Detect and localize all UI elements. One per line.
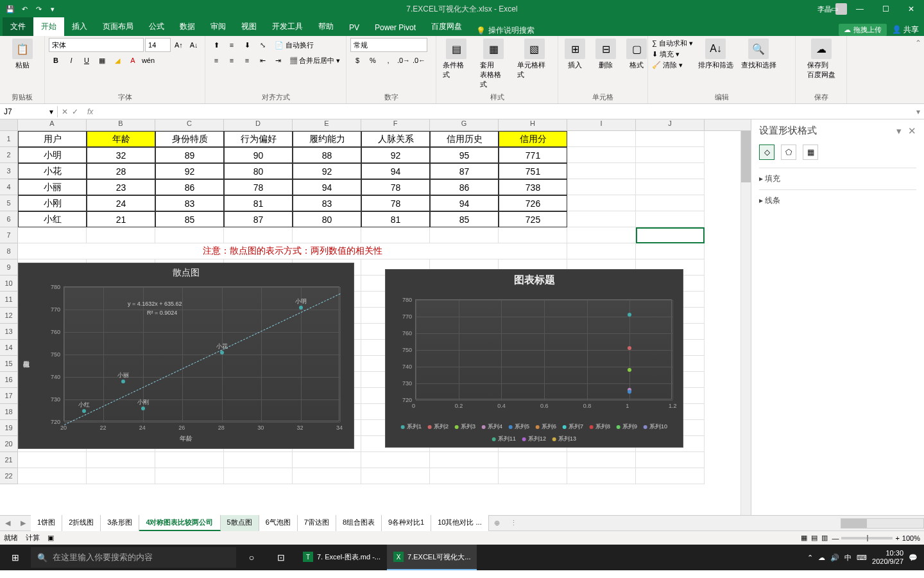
row-header[interactable]: 17 (0, 388, 18, 404)
cell[interactable]: 小红 (18, 211, 87, 227)
cell[interactable] (361, 227, 430, 243)
align-right-icon[interactable]: ≡ (240, 53, 254, 67)
notifications-icon[interactable]: 💬 (909, 554, 918, 562)
cell[interactable]: 注意：散点图的表示方式：两列数值的相关性 (18, 243, 567, 259)
zoom-control[interactable]: — + 100% (832, 534, 920, 542)
cell[interactable]: 小刚 (18, 195, 87, 211)
cell[interactable]: 92 (155, 163, 224, 179)
cell[interactable] (499, 468, 567, 484)
zoom-in-icon[interactable]: + (895, 534, 899, 542)
vertical-scrollbar[interactable] (740, 131, 751, 515)
cell[interactable] (567, 163, 636, 179)
cell[interactable]: 用户 (18, 131, 87, 147)
cell[interactable]: 86 (155, 179, 224, 195)
accordion-fill[interactable]: ▸ 填充 (759, 168, 916, 189)
cell[interactable] (430, 452, 499, 468)
sheet-nav-prev-icon[interactable]: ◀ (0, 519, 15, 527)
cell[interactable] (361, 452, 430, 468)
cell[interactable] (567, 131, 636, 147)
col-header[interactable]: E (293, 119, 361, 130)
align-top-icon[interactable]: ⬆ (209, 38, 223, 52)
taskbar-task[interactable]: T7. Excel-图表.md -... (296, 545, 387, 570)
confirm-icon[interactable]: ✓ (72, 107, 78, 116)
collapse-ribbon-icon[interactable]: ⌃ (912, 36, 924, 103)
cell[interactable]: 725 (499, 211, 567, 227)
phonetic-icon[interactable]: wén (141, 53, 155, 67)
font-size-combo[interactable]: 14 (145, 38, 171, 52)
scatter-chart-1[interactable]: 散点图 花椒信用分 720730740750760770780202224262… (18, 263, 354, 449)
fx-icon[interactable]: fx (82, 107, 98, 116)
underline-icon[interactable]: U (80, 53, 94, 67)
cell[interactable] (636, 179, 705, 195)
conditional-format-button[interactable]: ▤条件格式 (439, 37, 474, 91)
ribbon-options-icon[interactable]: ▭ (821, 0, 847, 18)
col-header[interactable]: J (636, 119, 705, 130)
sheet-nav-next-icon[interactable]: ▶ (15, 519, 31, 527)
indent-right-icon[interactable]: ⇥ (271, 53, 285, 67)
currency-icon[interactable]: $ (350, 53, 364, 67)
cell[interactable]: 人脉关系 (361, 131, 430, 147)
cell[interactable] (155, 227, 224, 243)
cell[interactable] (636, 195, 705, 211)
cell[interactable] (636, 147, 705, 163)
tab-powerpivot[interactable]: Power Pivot (367, 19, 424, 36)
cell[interactable] (18, 452, 87, 468)
cell[interactable]: 81 (224, 195, 293, 211)
row-header[interactable]: 10 (0, 276, 18, 292)
find-select-button[interactable]: 🔍查找和选择 (737, 37, 780, 71)
cell[interactable] (18, 468, 87, 484)
keyboard-icon[interactable]: ⌨ (857, 554, 867, 562)
format-cells-button[interactable]: ▢格式 (622, 37, 651, 71)
row-header[interactable]: 4 (0, 179, 18, 195)
sheet-tab[interactable]: 8组合图表 (336, 515, 382, 531)
row-header[interactable]: 20 (0, 436, 18, 452)
cell[interactable] (567, 211, 636, 227)
cell[interactable] (430, 468, 499, 484)
row-header[interactable]: 5 (0, 195, 18, 211)
sheet-tab[interactable]: 4对称图表比较两公司 (139, 515, 220, 531)
decrease-font-icon[interactable]: A↓ (187, 38, 201, 52)
indent-left-icon[interactable]: ⇤ (255, 53, 270, 67)
align-middle-icon[interactable]: ≡ (225, 38, 239, 52)
pane-close-icon[interactable]: ✕ (908, 125, 916, 137)
taskbar-task[interactable]: X7.EXCEL可视化大... (387, 545, 477, 570)
col-header[interactable]: I (567, 119, 636, 130)
cell[interactable] (224, 452, 293, 468)
task-view-icon[interactable]: ⊡ (267, 545, 295, 570)
cloud-upload-button[interactable]: ☁ 拖拽上传 (839, 24, 887, 36)
align-center-icon[interactable]: ≡ (225, 53, 239, 67)
sort-filter-button[interactable]: A↓排序和筛选 (694, 37, 737, 71)
tab-developer[interactable]: 开发工具 (264, 17, 311, 36)
cell[interactable] (87, 468, 155, 484)
zoom-out-icon[interactable]: — (832, 534, 839, 542)
page-layout-icon[interactable]: ▤ (811, 534, 817, 542)
col-header[interactable]: F (361, 119, 430, 130)
format-table-button[interactable]: ▦套用 表格格式 (476, 37, 511, 91)
tab-help[interactable]: 帮助 (311, 17, 341, 36)
row-header[interactable]: 9 (0, 259, 18, 276)
cell[interactable]: 90 (224, 147, 293, 163)
paste-button[interactable]: 📋 粘贴 (3, 37, 42, 71)
cell[interactable]: 78 (361, 179, 430, 195)
input-icon[interactable]: 中 (844, 553, 851, 563)
row-header[interactable]: 18 (0, 404, 18, 420)
sheet-tab[interactable]: 9各种对比1 (382, 515, 431, 531)
cell[interactable]: 83 (293, 195, 361, 211)
percent-icon[interactable]: % (366, 53, 380, 67)
horizontal-scrollbar[interactable] (841, 518, 924, 529)
cell[interactable]: 信用分 (499, 131, 567, 147)
orientation-icon[interactable]: ⤡ (255, 38, 270, 52)
select-all-corner[interactable] (0, 119, 18, 130)
column-headers[interactable]: A B C D E F G H I J (0, 119, 751, 131)
cell[interactable]: 87 (224, 211, 293, 227)
new-sheet-icon[interactable]: ⊕ (489, 519, 505, 527)
row-header[interactable]: 15 (0, 356, 18, 372)
close-icon[interactable]: ✕ (898, 0, 924, 18)
row-header[interactable]: 11 (0, 292, 18, 308)
row-header[interactable]: 21 (0, 452, 18, 468)
fill-button[interactable]: ⬇ 填充 ▾ (652, 49, 693, 59)
cell[interactable]: 738 (499, 179, 567, 195)
cell[interactable] (87, 227, 155, 243)
cell[interactable] (499, 227, 567, 243)
name-box[interactable]: J7 ▾ (0, 106, 58, 118)
